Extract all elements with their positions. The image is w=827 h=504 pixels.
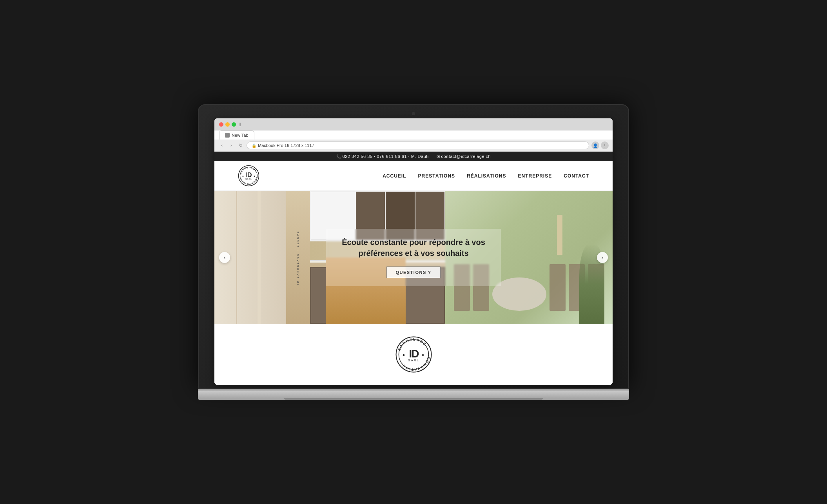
maximize-button[interactable] [232,122,236,127]
kitchen-panel: ID CARRELAGE · GENEVE [286,191,445,324]
nav-accueil[interactable]: ACCUEIL [383,173,406,179]
laptop-base [198,391,629,400]
svg-text:◆: ◆ [422,353,424,357]
laptop-camera [412,112,415,115]
site-logo: CARRELAGE RÉNOVATION ID SARL [238,165,259,187]
svg-text:SARL: SARL [245,178,252,180]
svg-text:SARL: SARL [408,359,419,362]
menu-icon[interactable]: ⋮ [601,141,609,149]
svg-text:ID: ID [246,172,252,178]
logo-svg: CARRELAGE RÉNOVATION ID SARL [238,165,259,187]
site-header: CARRELAGE RÉNOVATION ID SARL [214,161,613,191]
phone-info: 022 342 56 35 · 076 611 86 61 · M. Dauti [336,154,429,159]
profile-icon[interactable]: 👤 [591,141,599,149]
forward-button[interactable]: › [228,142,235,149]
address-text: Macbook Pro 16 1728 x 1117 [258,143,314,148]
vertical-text-container: ID CARRELAGE · GENEVE [296,191,300,324]
lock-icon: 🔒 [252,143,256,148]
close-button[interactable] [219,122,223,127]
site-nav: ACCUEIL PRESTATIONS RÉALISATIONS ENTREPR… [383,173,589,179]
svg-text:◆: ◆ [254,175,255,177]
svg-text:◆: ◆ [242,175,244,177]
vertical-text: ID CARRELAGE · GENEVE [297,230,299,285]
section-logo-area: CARRELAGE RÉNOVATION ID SARL ◆ ◆ [214,324,613,385]
top-bar: 022 342 56 35 · 076 611 86 61 · M. Dauti… [214,152,613,161]
hanging-lamp [557,191,562,271]
browser-tab[interactable]: New Tab [219,131,254,140]
nav-prestations[interactable]: PRESTATIONS [418,173,455,179]
tab-bar: New Tab [214,131,613,140]
svg-text:ID: ID [409,348,419,360]
back-button[interactable]: ‹ [218,142,225,149]
hero-section: ID CARRELAGE · GENEVE [214,191,613,324]
tab-label: New Tab [232,133,248,138]
browser-toolbar: ‹ › ↻ 🔒 Macbook Pro 16 1728 x 1117 👤 ⋮ [214,140,613,152]
section-logo-svg: CARRELAGE RÉNOVATION ID SARL ◆ ◆ [395,336,432,373]
nav-realisations[interactable]: RÉALISATIONS [467,173,506,179]
hero-background: ID CARRELAGE · GENEVE [214,191,613,324]
minimize-button[interactable] [225,122,230,127]
browser-title-bar:  [214,118,613,131]
apple-icon:  [239,121,241,127]
nav-contact[interactable]: CONTACT [564,173,589,179]
tab-favicon [225,133,230,138]
website-content: 022 342 56 35 · 076 611 86 61 · M. Dauti… [214,152,613,385]
svg-text:◆: ◆ [403,353,405,357]
slider-next-button[interactable]: › [597,252,608,263]
hero-cta-button[interactable]: QUESTIONS ? [386,267,440,278]
upper-cabinets [310,191,445,241]
email-info: contact@idcarrelage.ch [437,154,491,159]
nav-entreprise[interactable]: ENTREPRISE [518,173,552,179]
toolbar-right: 👤 ⋮ [591,141,609,149]
browser-window:  New Tab ‹ › ↻ [214,118,613,385]
outdoor-panel [445,191,613,324]
slider-prev-button[interactable]: ‹ [219,252,230,263]
address-bar[interactable]: 🔒 Macbook Pro 16 1728 x 1117 [247,141,589,149]
reload-button[interactable]: ↻ [237,142,244,149]
traffic-lights [219,122,236,127]
